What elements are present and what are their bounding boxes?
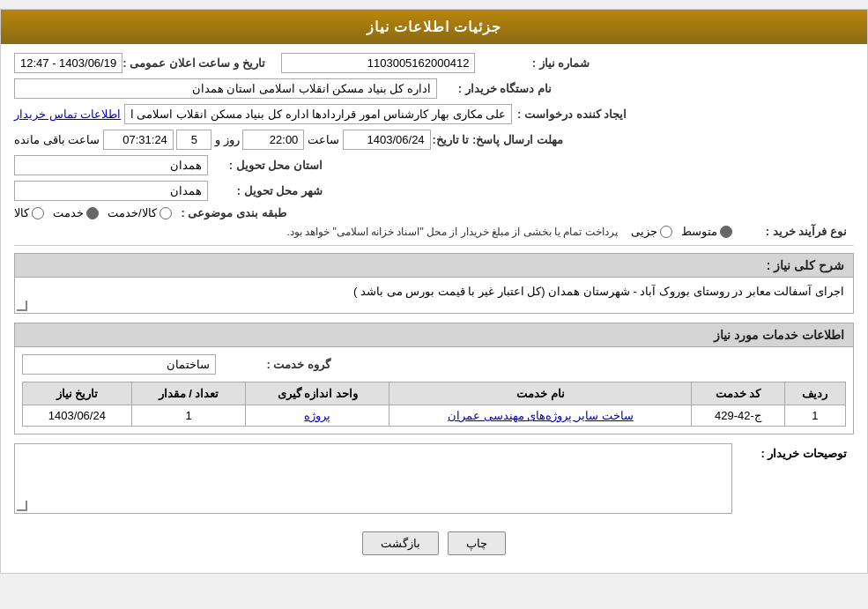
date-time-label: تاریخ و ساعت اعلان عمومی :	[122, 56, 264, 70]
khadamat-label: خدمت	[53, 206, 84, 219]
khadamat-radio	[86, 207, 99, 219]
cell-radif: 1	[784, 405, 845, 427]
kala-khadamat-radio	[160, 207, 172, 219]
shomare-niaz-label: شماره نیاز :	[475, 56, 590, 70]
shahr-value: همدان	[14, 181, 208, 201]
page-header: جزئیات اطلاعات نیاز	[1, 10, 867, 44]
group-value: ساختمان	[22, 354, 216, 375]
page-title: جزئیات اطلاعات نیاز	[367, 19, 502, 34]
tabaqe-row: طبقه بندی موضوعی : کالا/خدمت خدمت کالا	[14, 206, 854, 219]
resize-handle	[17, 301, 27, 311]
cell-tarikh: 1403/06/24	[23, 405, 132, 427]
sherh-header: شرح کلی نیاز :	[15, 254, 853, 278]
ostan-value: همدان	[14, 155, 208, 175]
cell-kod: ج-42-429	[692, 405, 784, 427]
jozee-option: جزیی	[631, 225, 672, 238]
divider-1	[14, 245, 854, 246]
group-label: گروه خدمت :	[216, 358, 330, 371]
print-button[interactable]: چاپ	[448, 531, 506, 555]
services-title: اطلاعات خدمات مورد نیاز	[714, 328, 844, 342]
baqi-label: ساعت باقی مانده	[14, 133, 100, 146]
jozee-label: جزیی	[631, 225, 657, 238]
description-box	[14, 443, 732, 514]
tabaqe-label: طبقه بندی موضوعی :	[172, 206, 286, 219]
desc-content	[14, 443, 732, 514]
nam-dastgah-value: اداره کل بنیاد مسکن انقلاب اسلامی استان …	[14, 78, 437, 99]
services-section: اطلاعات خدمات مورد نیاز گروه خدمت : ساخت…	[14, 323, 854, 434]
table-head: ردیف کد خدمت نام خدمت واحد اندازه گیری ت…	[23, 382, 846, 405]
kala-radio	[32, 207, 44, 219]
nam-dastgah-label: نام دستگاه خریدار :	[437, 82, 552, 95]
motovaset-option: متوسط	[681, 225, 732, 238]
sherh-label: شرح کلی نیاز :	[767, 258, 844, 272]
farayand-note: پرداخت تمام یا بخشی از مبلغ خریدار از مح…	[14, 226, 618, 238]
shahr-label: شهر محل تحویل :	[208, 184, 323, 197]
services-table: ردیف کد خدمت نام خدمت واحد اندازه گیری ت…	[22, 382, 846, 427]
rooz-value: 5	[176, 130, 211, 150]
description-resize-handle	[17, 501, 27, 511]
sherh-value: اجرای آسفالت معابر در روستای بوروک آباد …	[353, 285, 844, 298]
mohlat-label: مهلت ارسال پاسخ: تا تاریخ:	[431, 133, 563, 146]
group-row: گروه خدمت : ساختمان	[22, 354, 846, 375]
main-content: شماره نیاز : 1103005162000412 تاریخ و سا…	[1, 44, 867, 573]
cell-vahed[interactable]: پروژه	[246, 405, 389, 427]
col-vahed: واحد اندازه گیری	[246, 382, 389, 405]
kala-khadamat-option: کالا/خدمت	[108, 206, 172, 219]
date-value: 1403/06/24	[343, 130, 431, 150]
khadamat-option: خدمت	[53, 206, 99, 219]
motovaset-label: متوسط	[681, 225, 717, 238]
cell-tedaad: 1	[131, 405, 245, 427]
ijad-konande-row: ایجاد کننده درخواست : علی مکاری بهار کار…	[14, 104, 854, 124]
saat-label: ساعت	[308, 133, 339, 146]
cell-nam[interactable]: ساخت سایر پروژه‌های مهندسی عمران	[389, 405, 692, 427]
table-header-row: ردیف کد خدمت نام خدمت واحد اندازه گیری ت…	[23, 382, 846, 405]
services-body: گروه خدمت : ساختمان ردیف کد خدمت نام خدم…	[15, 347, 853, 434]
back-button[interactable]: بازگشت	[362, 531, 439, 555]
motovaset-radio	[720, 226, 732, 238]
farayand-row: نوع فرآیند خرید : متوسط جزیی پرداخت تمام…	[14, 225, 854, 238]
rooz-label: روز و	[215, 133, 240, 146]
baqi-value: 07:31:24	[103, 130, 174, 150]
desc-section: توصیحات خریدار :	[14, 443, 854, 514]
sherh-section: شرح کلی نیاز : اجرای آسفالت معابر در روس…	[14, 253, 854, 314]
sherh-body: اجرای آسفالت معابر در روستای بوروک آباد …	[15, 278, 853, 313]
tabaqe-radio-group: کالا/خدمت خدمت کالا	[14, 206, 172, 219]
shomare-niaz-row: شماره نیاز : 1103005162000412 تاریخ و سا…	[14, 53, 854, 73]
kala-khadamat-label: کالا/خدمت	[108, 206, 157, 219]
services-header: اطلاعات خدمات مورد نیاز	[15, 323, 853, 347]
page-wrapper: جزئیات اطلاعات نیاز شماره نیاز : 1103005…	[0, 9, 868, 574]
col-tarikh: تاریخ نیاز	[23, 382, 132, 405]
kala-option: کالا	[14, 206, 44, 219]
col-kod: کد خدمت	[692, 382, 784, 405]
col-tedaad: تعداد / مقدار	[131, 382, 245, 405]
table-body: 1 ج-42-429 ساخت سایر پروژه‌های مهندسی عم…	[23, 405, 846, 427]
kala-label: کالا	[14, 206, 29, 219]
saat-value: 22:00	[242, 130, 304, 150]
farayand-options: متوسط جزیی	[631, 225, 732, 238]
ijad-konande-label: ایجاد کننده درخواست :	[512, 108, 627, 121]
mohlat-row: مهلت ارسال پاسخ: تا تاریخ: 1403/06/24 سا…	[14, 130, 854, 150]
ostan-label: استان محل تحویل :	[208, 159, 323, 172]
table-row: 1 ج-42-429 ساخت سایر پروژه‌های مهندسی عم…	[23, 405, 846, 427]
col-radif: ردیف	[784, 382, 845, 405]
shahr-row: شهر محل تحویل : همدان	[14, 181, 854, 201]
tosif-label: توصیحات خریدار :	[732, 447, 847, 460]
date-time-value: 1403/06/19 - 12:47	[14, 53, 122, 73]
nooe-farayand-label: نوع فرآیند خرید :	[732, 225, 847, 238]
footer-buttons: چاپ بازگشت	[14, 523, 854, 564]
etelaat-tamas-link[interactable]: اطلاعات تماس خریدار	[14, 108, 121, 121]
jozee-radio	[660, 226, 672, 238]
ijad-konande-value: علی مکاری بهار کارشناس امور قراردادها اد…	[124, 104, 512, 124]
nam-dastgah-row: نام دستگاه خریدار : اداره کل بنیاد مسکن …	[14, 78, 854, 99]
shomare-niaz-value: 1103005162000412	[281, 53, 475, 73]
ostan-row: استان محل تحویل : همدان	[14, 155, 854, 175]
col-nam: نام خدمت	[389, 382, 692, 405]
